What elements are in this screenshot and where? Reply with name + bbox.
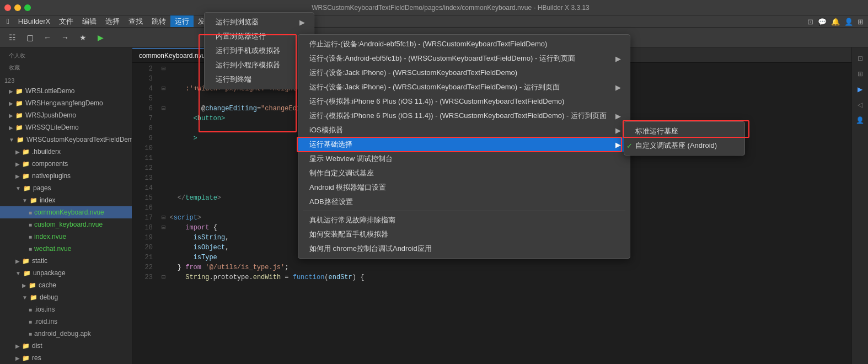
bell-icon: 🔔: [831, 18, 840, 26]
device-menu-android-port[interactable]: Android 模拟器端口设置: [298, 180, 630, 195]
device-menu-adb[interactable]: ADB路径设置: [298, 195, 630, 209]
base-menu-custom[interactable]: ✓ 自定义调试基座 (Android): [624, 138, 744, 153]
sidebar-item-debug[interactable]: ▼ 📁 debug: [0, 291, 132, 303]
menu-find[interactable]: 查找: [124, 15, 147, 27]
sidebar-item-apk[interactable]: ■ android_debug.apk: [0, 328, 132, 340]
device-submenu: 停止运行-(设备:Android-ebf5fc1b) - (WRSCustomK…: [298, 34, 630, 259]
sidebar-item-index-nvue[interactable]: ■ index.nvue: [0, 231, 132, 243]
device-menu-run-sim-page[interactable]: 运行-(模拟器:iPhone 6 Plus (iOS 11.4)) - (WRS…: [298, 109, 630, 123]
base-menu-standard[interactable]: 标准运行基座: [624, 124, 744, 138]
device-menu-custom-base[interactable]: 制作自定义调试基座: [298, 166, 630, 180]
menu-select[interactable]: 选择: [101, 15, 124, 27]
device-menu-webview[interactable]: 显示 Webview 调试控制台: [298, 152, 630, 166]
run-icon[interactable]: ▶: [93, 30, 108, 45]
sidebar-item-static[interactable]: ▶ 📁 static: [0, 255, 132, 267]
panel-icon-2[interactable]: ⊞: [854, 67, 867, 81]
panel-icon-4[interactable]: ◁: [854, 98, 867, 111]
sidebar-item-hbuilderx[interactable]: ▶ 📁 .hbuilderx: [0, 146, 132, 158]
personal-section: 个人收 收藏: [0, 47, 132, 76]
sidebar-item-custom-keyboard[interactable]: ▼ 📁 WRSCustomKeyboardTextFieldDemo: [0, 133, 132, 146]
sidebar-item-sqlite[interactable]: ▶ 📁 WRSSQLiteDemo: [0, 121, 132, 133]
code-line-23: ⊟ String.prototype.endWith = function(en…: [162, 272, 851, 282]
device-menu-base-select[interactable]: 运行基础选择 ▶: [298, 137, 630, 152]
sidebar-item-unpackage[interactable]: ▼ 📁 unpackage: [0, 267, 132, 279]
traffic-lights: [4, 4, 31, 11]
project-icon[interactable]: ☷: [4, 30, 20, 45]
sidebar-item-wechat[interactable]: ■ wechat.nvue: [0, 243, 132, 255]
menu-hbuilderx[interactable]: HBuilderX: [14, 15, 55, 27]
sidebar-item-res[interactable]: ▶ 📁 res: [0, 352, 132, 364]
minimize-button[interactable]: [14, 4, 21, 11]
sidebar-item-lottie[interactable]: ▶ 📁 WRSLottieDemo: [0, 85, 132, 97]
sidebar-item-native[interactable]: ▶ 📁 nativeplugins: [0, 170, 132, 182]
device-menu-run-sim[interactable]: 运行-(模拟器:iPhone 6 Plus (iOS 11.4)) - (WRS…: [298, 94, 630, 109]
menu-jump[interactable]: 跳转: [147, 15, 170, 27]
sidebar-item-roid-ins[interactable]: ■ .roid.ins: [0, 315, 132, 328]
bookmark-icon[interactable]: ★: [75, 30, 90, 45]
menu-run[interactable]: 运行: [170, 15, 194, 27]
new-file-icon[interactable]: ▢: [22, 30, 37, 45]
person-icon: 👤: [844, 18, 853, 26]
sidebar-item-index[interactable]: ▼ 📁 index: [0, 194, 132, 206]
device-menu-install-sim[interactable]: 如何安装配置手机模拟器: [298, 227, 630, 242]
close-button[interactable]: [4, 4, 11, 11]
device-menu-troubleshoot[interactable]: 真机运行常见故障排除指南: [298, 213, 630, 227]
sidebar-item-personal[interactable]: 个人收: [0, 50, 132, 62]
panel-icon-5[interactable]: 👤: [854, 114, 867, 127]
title-bar: WRSCustomKeyboardTextFieldDemo/pages/ind…: [0, 0, 868, 15]
sidebar-item-common-keyboard[interactable]: ■ commonKeyboard.nvue: [0, 206, 132, 218]
sidebar-item-pages[interactable]: ▼ 📁 pages: [0, 182, 132, 194]
sidebar-item-dist[interactable]: ▶ 📁 dist: [0, 340, 132, 352]
forward-icon[interactable]: →: [57, 30, 73, 45]
line-numbers: 2 3 4 5 6 7 8 9 10 11 12 13 14 15 16 17 …: [132, 63, 157, 364]
menu-bar:  HBuilderX 文件 编辑 选择 查找 跳转 运行 发行 视图 工具 帮…: [0, 15, 868, 28]
sidebar-item-hengwang[interactable]: ▶ 📁 WRSHengwangfengDemo: [0, 97, 132, 109]
device-menu-run-iphone[interactable]: 运行-(设备:Jack iPhone) - (WRSCustomKeyboard…: [298, 66, 630, 80]
base-submenu: 标准运行基座 ✓ 自定义调试基座 (Android): [624, 121, 745, 156]
panel-icon-3[interactable]: ▶: [854, 83, 867, 96]
sidebar-item-cache[interactable]: ▶ 📁 cache: [0, 279, 132, 291]
right-panel: ⊡ ⊞ ▶ ◁ 👤: [851, 47, 868, 364]
device-menu-ios-sim[interactable]: iOS模拟器 ▶: [298, 123, 630, 137]
window-title: WRSCustomKeyboardTextFieldDemo/pages/ind…: [37, 4, 864, 12]
sidebar-item-custom-kb[interactable]: ■ custom_keyboard.nvue: [0, 218, 132, 231]
editor-tab-common-keyboard[interactable]: commonKeyboard.nvue: [132, 48, 216, 62]
sidebar-item-ios-ins[interactable]: ■ .ios.ins: [0, 303, 132, 315]
sidebar-item-assistant[interactable]: 收藏: [0, 62, 132, 74]
sidebar: 个人收 收藏 123 ▶ 📁 WRSLottieDemo ▶ 📁 WRSHeng…: [0, 47, 132, 364]
device-menu-stop[interactable]: 停止运行-(设备:Android-ebf5fc1b) - (WRSCustomK…: [298, 37, 630, 51]
maximize-button[interactable]: [24, 4, 31, 11]
menu-file[interactable]: 文件: [55, 15, 78, 27]
grid-icon: ⊞: [858, 18, 864, 26]
device-menu-run-iphone-page[interactable]: 运行-(设备:Jack iPhone) - (WRSCustomKeyboard…: [298, 80, 630, 94]
back-icon[interactable]: ←: [40, 30, 55, 45]
line-number-marker: 123: [0, 76, 132, 85]
chat-icon: 💬: [818, 18, 827, 26]
cloud-icon: ⊡: [807, 18, 813, 26]
sidebar-item-components[interactable]: ▶ 📁 components: [0, 158, 132, 170]
device-menu-chrome-debug[interactable]: 如何用 chrome控制台调试Android应用: [298, 242, 630, 256]
menu-apple[interactable]: : [2, 15, 14, 27]
menu-edit[interactable]: 编辑: [78, 15, 101, 27]
code-line-22: } from '@/utils/is_type.js';: [162, 263, 851, 272]
sidebar-item-jpush[interactable]: ▶ 📁 WRSJpushDemo: [0, 109, 132, 121]
panel-icon-1[interactable]: ⊡: [854, 52, 867, 65]
device-menu-run-android-page[interactable]: 运行-(设备:Android-ebf5fc1b) - (WRSCustomKey…: [298, 51, 630, 66]
menu-item-browser[interactable]: 运行到浏览器 ▶: [205, 15, 314, 29]
